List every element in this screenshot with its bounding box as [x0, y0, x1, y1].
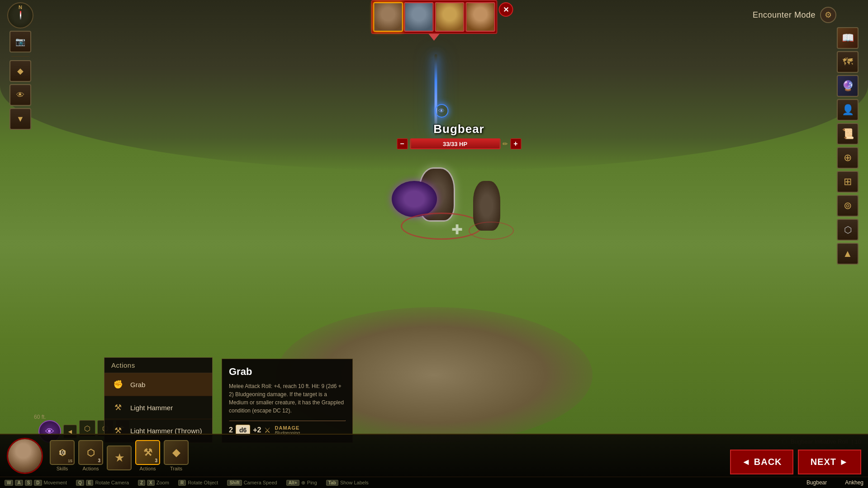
key-shift: Shift	[227, 480, 242, 486]
initiative-arrow	[429, 34, 440, 41]
compass	[7, 2, 33, 28]
shortcut-zoom-label: Zoom	[157, 480, 169, 485]
bugbear-info: Bugbear − 33/33 HP ✏ +	[397, 122, 521, 149]
action-item-grab[interactable]: ✊ Grab	[104, 373, 212, 396]
actions-button[interactable]: ⬡ 3	[78, 440, 103, 465]
skills-button[interactable]: ⬡ 10 15	[50, 440, 75, 465]
bottom-creature-left: Bugbear	[806, 479, 827, 486]
skills-label: Skills	[57, 466, 68, 471]
shortcut-show-labels-label: Show Labels	[340, 480, 369, 485]
actions-header: Actions	[104, 358, 212, 373]
layers-button[interactable]: ⊚	[837, 195, 859, 217]
actions-badge: 3	[98, 458, 100, 463]
key-q: Q	[76, 480, 84, 486]
shortcut-rotate-object-label: Rotate Object	[188, 480, 218, 485]
encounter-mode-label: Encounter Mode	[753, 10, 816, 20]
map-button[interactable]: 🗺	[837, 51, 859, 73]
tooltip-title: Grab	[229, 366, 346, 378]
portrait-4[interactable]	[465, 2, 495, 32]
skills-die: ⬡ 10 15 Skills	[50, 440, 75, 471]
traits-die: ◆ Traits	[164, 440, 189, 471]
right-toolbar: 📖 🗺 🔮 👤 📜 ⊕ ⊞ ⊚ ⬡ ▲	[832, 0, 863, 488]
up-button[interactable]: ▲	[837, 243, 859, 265]
next-button[interactable]: NEXT ►	[798, 450, 861, 474]
left-toolbar: 📷 ◆ 👁 ▼	[5, 0, 36, 488]
bottom-creature-right: Ankheg	[845, 479, 863, 486]
grid-button[interactable]: ⊞	[837, 171, 859, 193]
shortcuts-bar: W A S D Movement Q E Rotate Camera Z X Z…	[0, 477, 868, 488]
tooltip-description: Melee Attack Roll: +4, reach 10 ft. Hit:…	[229, 382, 346, 415]
action-label-light-hammer: Light Hammer	[130, 404, 173, 412]
camera-button[interactable]: 📷	[9, 31, 31, 52]
key-w: W	[5, 480, 13, 486]
bottom-creature-row: Bugbear Ankheg	[806, 479, 863, 486]
character-button[interactable]: 👤	[837, 99, 859, 121]
shortcut-camera-speed: Shift Camera Speed	[227, 480, 277, 486]
star-button[interactable]: ★	[107, 445, 132, 470]
shortcut-zoom: Z X Zoom	[138, 480, 169, 486]
scroll-button[interactable]: 📜	[837, 123, 859, 145]
hammer-button[interactable]: ⚒ 3	[135, 440, 160, 465]
damage-base: 2	[229, 426, 233, 434]
grab-tooltip: Grab Melee Attack Roll: +4, reach 10 ft.…	[222, 359, 353, 443]
portrait-2[interactable]	[404, 2, 433, 32]
action-label-grab: Grab	[130, 381, 145, 389]
bugbear-name: Bugbear	[433, 122, 484, 136]
plus-button[interactable]: ⊕	[837, 147, 859, 169]
token-button[interactable]: ⬡	[837, 219, 859, 241]
hp-bar: 33/33 HP	[410, 138, 500, 149]
damage-label: DAMAGE	[275, 425, 300, 431]
waypoint-button[interactable]: ▼	[9, 108, 31, 130]
journal-button[interactable]: 📖	[837, 27, 859, 49]
character-portrait[interactable]	[7, 438, 43, 474]
damage-type-icon: ⚔	[264, 426, 270, 435]
initiative-close-button[interactable]: ✕	[498, 2, 513, 17]
damage-bonus: +2	[253, 426, 261, 434]
initiative-bar: ✕	[371, 0, 497, 41]
bottom-actions: ⬡ 10 15 Skills ⬡ 3 Actions ★ ⚒ 3	[50, 440, 189, 471]
key-d: D	[34, 480, 42, 486]
action-label-light-hammer-thrown: Light Hammer (Thrown)	[130, 427, 202, 435]
back-button[interactable]: ◄ BACK	[730, 450, 793, 474]
shape-button[interactable]: ◆	[9, 60, 31, 82]
initiative-portraits	[371, 0, 497, 34]
shortcut-ping-label: Ping	[307, 480, 317, 485]
spell-button[interactable]: 🔮	[837, 75, 859, 97]
portrait-1[interactable]	[373, 2, 403, 32]
hp-text: 33/33 HP	[443, 141, 467, 147]
key-r: R	[178, 480, 186, 486]
hp-increase-button[interactable]: +	[510, 138, 521, 149]
hp-bar-container: − 33/33 HP ✏ +	[397, 138, 521, 149]
key-s: S	[25, 480, 33, 486]
star-die: ★	[107, 445, 132, 471]
hp-decrease-button[interactable]: −	[397, 138, 408, 149]
vision-button[interactable]: 👁	[9, 84, 31, 106]
key-z: Z	[138, 480, 145, 486]
hp-edit-icon[interactable]: ✏	[503, 140, 508, 147]
shortcut-rotate-object: R Rotate Object	[178, 480, 218, 486]
traits-button[interactable]: ◆	[164, 440, 189, 465]
hammer-label: Actions	[139, 466, 156, 471]
hammer-badge: 3	[155, 458, 157, 463]
grab-icon: ✊	[111, 378, 125, 391]
light-hammer-icon: ⚒	[111, 401, 125, 414]
shortcut-show-labels: Tab Show Labels	[326, 480, 369, 486]
key-alt: Alt+	[286, 480, 299, 486]
shortcut-ping: Alt+ ⊕ Ping	[286, 480, 317, 486]
actions-die: ⬡ 3 Actions	[78, 440, 103, 471]
shortcut-movement: W A S D Movement	[5, 480, 67, 486]
actions-label: Actions	[82, 466, 99, 471]
portrait-3[interactable]	[435, 2, 464, 32]
nav-buttons: ◄ BACK NEXT ►	[730, 450, 861, 474]
ft-label: 60 ft.	[34, 414, 46, 420]
shortcut-camera-speed-label: Camera Speed	[244, 480, 277, 485]
traits-label: Traits	[170, 466, 182, 471]
shortcut-rotate-label: Rotate Camera	[95, 480, 129, 485]
key-x: X	[147, 480, 155, 486]
key-e: E	[86, 480, 94, 486]
actions-panel: Actions ✊ Grab ⚒ Light Hammer ⚒ Light Ha…	[104, 357, 213, 443]
action-item-light-hammer[interactable]: ⚒ Light Hammer	[104, 396, 212, 419]
key-a: A	[15, 480, 23, 486]
encounter-mode-area: Encounter Mode ⚙	[753, 7, 836, 23]
shortcut-rotate-camera: Q E Rotate Camera	[76, 480, 129, 486]
